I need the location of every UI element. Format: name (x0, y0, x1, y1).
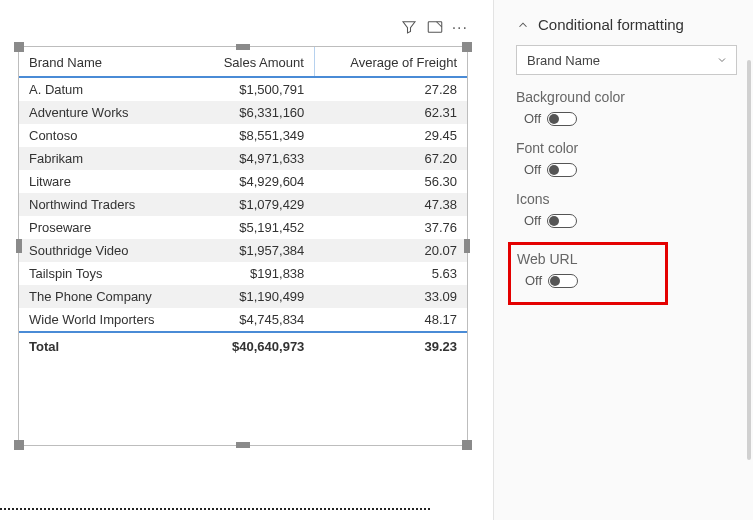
visual-header-toolbar: ··· (400, 18, 468, 39)
toggle-switch[interactable] (547, 214, 577, 228)
option-label: Font color (516, 140, 737, 156)
cell-freight: 20.07 (314, 239, 467, 262)
table-row[interactable]: Contoso$8,551,34929.45 (19, 124, 467, 147)
resize-handle[interactable] (14, 42, 24, 52)
resize-handle[interactable] (14, 440, 24, 450)
cell-brand: A. Datum (19, 77, 194, 101)
cell-freight: 48.17 (314, 308, 467, 332)
dropdown-value: Brand Name (527, 53, 600, 68)
cell-freight: 33.09 (314, 285, 467, 308)
resize-handle[interactable] (462, 440, 472, 450)
toggle-switch[interactable] (547, 112, 577, 126)
cell-sales: $5,191,452 (194, 216, 315, 239)
column-header[interactable]: Sales Amount (194, 47, 315, 77)
cell-sales: $1,190,499 (194, 285, 315, 308)
cell-sales: $1,079,429 (194, 193, 315, 216)
more-options-icon[interactable]: ··· (452, 20, 468, 38)
page-boundary (0, 508, 430, 510)
toggle-switch[interactable] (547, 163, 577, 177)
cell-sales: $191,838 (194, 262, 315, 285)
table-row[interactable]: Wide World Importers$4,745,83448.17 (19, 308, 467, 332)
total-sales: $40,640,973 (194, 332, 315, 360)
column-header[interactable]: Brand Name (19, 47, 194, 77)
cell-brand: Southridge Video (19, 239, 194, 262)
table-row[interactable]: Proseware$5,191,45237.76 (19, 216, 467, 239)
toggle-switch[interactable] (548, 274, 578, 288)
conditional-formatting-section[interactable]: Conditional formatting (516, 10, 737, 45)
cell-sales: $1,500,791 (194, 77, 315, 101)
cell-freight: 29.45 (314, 124, 467, 147)
resize-handle[interactable] (236, 44, 250, 50)
filter-icon[interactable] (400, 18, 418, 39)
cell-sales: $4,745,834 (194, 308, 315, 332)
data-table: Brand Name Sales Amount Average of Freig… (19, 47, 467, 360)
resize-handle[interactable] (462, 42, 472, 52)
report-canvas: ··· Brand Name Sales Amount Average of F… (18, 18, 468, 458)
cell-freight: 62.31 (314, 101, 467, 124)
chevron-down-icon (716, 54, 728, 66)
cell-sales: $1,957,384 (194, 239, 315, 262)
cell-freight: 37.76 (314, 216, 467, 239)
svg-rect-0 (428, 22, 442, 33)
cell-brand: Tailspin Toys (19, 262, 194, 285)
section-title: Conditional formatting (538, 16, 684, 33)
table-row[interactable]: Southridge Video$1,957,38420.07 (19, 239, 467, 262)
cell-sales: $8,551,349 (194, 124, 315, 147)
toggle-state: Off (525, 273, 542, 288)
resize-handle[interactable] (464, 239, 470, 253)
resize-handle[interactable] (236, 442, 250, 448)
toggle-state: Off (524, 111, 541, 126)
cell-sales: $6,331,160 (194, 101, 315, 124)
option-label: Icons (516, 191, 737, 207)
cell-brand: Northwind Traders (19, 193, 194, 216)
web-url-highlight: Web URL Off (508, 242, 668, 305)
option-label: Background color (516, 89, 737, 105)
cell-brand: Contoso (19, 124, 194, 147)
cell-sales: $4,971,633 (194, 147, 315, 170)
table-row[interactable]: A. Datum$1,500,79127.28 (19, 77, 467, 101)
total-freight: 39.23 (314, 332, 467, 360)
cell-freight: 67.20 (314, 147, 467, 170)
table-row[interactable]: Adventure Works$6,331,16062.31 (19, 101, 467, 124)
cell-freight: 56.30 (314, 170, 467, 193)
toggle-state: Off (524, 213, 541, 228)
table-row[interactable]: Tailspin Toys$191,8385.63 (19, 262, 467, 285)
table-visual[interactable]: Brand Name Sales Amount Average of Freig… (18, 46, 468, 446)
option-web-url: Web URL Off (517, 251, 655, 288)
table-row[interactable]: The Phone Company$1,190,49933.09 (19, 285, 467, 308)
cell-sales: $4,929,604 (194, 170, 315, 193)
cell-brand: Adventure Works (19, 101, 194, 124)
cell-brand: Litware (19, 170, 194, 193)
option-label: Web URL (517, 251, 655, 267)
total-label: Total (19, 332, 194, 360)
column-header[interactable]: Average of Freight (314, 47, 467, 77)
cell-brand: Fabrikam (19, 147, 194, 170)
toggle-state: Off (524, 162, 541, 177)
cell-brand: Wide World Importers (19, 308, 194, 332)
option-background-color: Background color Off (516, 89, 737, 126)
chevron-up-icon (516, 18, 530, 32)
cell-brand: The Phone Company (19, 285, 194, 308)
format-panel: Conditional formatting Brand Name Backgr… (493, 0, 753, 520)
resize-handle[interactable] (16, 239, 22, 253)
table-row[interactable]: Northwind Traders$1,079,42947.38 (19, 193, 467, 216)
cell-freight: 47.38 (314, 193, 467, 216)
focus-mode-icon[interactable] (426, 18, 444, 39)
cell-brand: Proseware (19, 216, 194, 239)
option-icons: Icons Off (516, 191, 737, 228)
field-dropdown[interactable]: Brand Name (516, 45, 737, 75)
table-row[interactable]: Fabrikam$4,971,63367.20 (19, 147, 467, 170)
table-row[interactable]: Litware$4,929,60456.30 (19, 170, 467, 193)
cell-freight: 27.28 (314, 77, 467, 101)
cell-freight: 5.63 (314, 262, 467, 285)
option-font-color: Font color Off (516, 140, 737, 177)
